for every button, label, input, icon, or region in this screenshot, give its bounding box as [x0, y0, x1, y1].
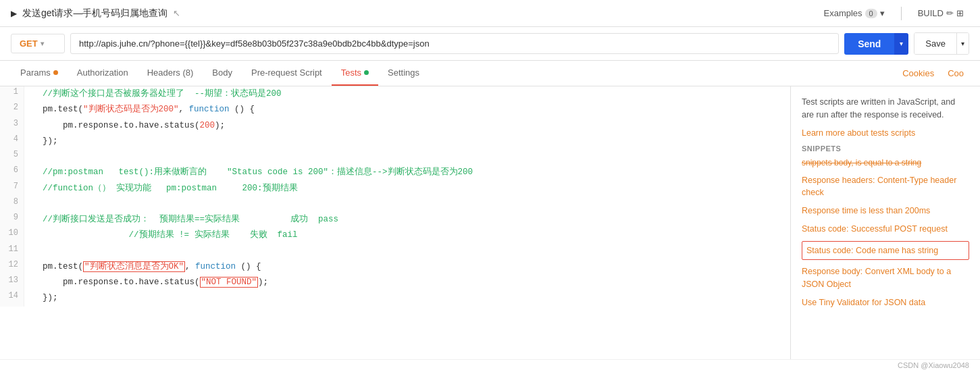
line-number: 5 — [0, 149, 24, 165]
sidebar-item-status-post[interactable]: Status code: Successful POST request — [802, 223, 969, 236]
tab-prerequest-label: Pre-request Script — [251, 68, 322, 78]
line-number: 7 — [0, 181, 24, 196]
tab-body-label: Body — [212, 68, 232, 78]
table-row: 8 — [0, 196, 790, 212]
edit-icon: ✏ — [946, 8, 954, 18]
method-chevron-icon: ▾ — [41, 40, 44, 47]
learn-more-link[interactable]: Learn more about tests scripts — [802, 128, 969, 138]
code-lines: 1 //判断这个接口是否被服务器处理了 --期望：状态码是200 2 pm.te… — [0, 86, 790, 307]
table-row: 1 //判断这个接口是否被服务器处理了 --期望：状态码是200 — [0, 86, 790, 102]
line-number: 1 — [0, 86, 24, 102]
table-row: 5 — [0, 149, 790, 165]
table-row: 4 }); — [0, 134, 790, 149]
tab-tests[interactable]: Tests — [332, 61, 378, 86]
top-bar-left: ▶ 发送get请求—手机号码归属地查询 ↖ — [11, 7, 180, 20]
sidebar-description: Test scripts are written in JavaScript, … — [802, 96, 969, 122]
table-row: 9 //判断接口发送是否成功： 预期结果==实际结果 成功 pass — [0, 212, 790, 228]
tab-body[interactable]: Body — [203, 61, 242, 86]
tab-tests-label: Tests — [341, 68, 361, 78]
sidebar-item-partial[interactable]: snippets body, is equal to a string — [802, 157, 969, 169]
line-content: }); — [24, 134, 790, 149]
line-content: }); — [24, 290, 790, 306]
tab-params-label: Params — [20, 68, 51, 78]
line-content: pm.test("判断状态消息是否为OK", function () { — [24, 259, 790, 275]
url-bar: GET ▾ Send ▾ Save ▾ — [0, 27, 980, 61]
code-editor[interactable]: 1 //判断这个接口是否被服务器处理了 --期望：状态码是200 2 pm.te… — [0, 86, 791, 359]
cursor-icon: ↖ — [173, 8, 180, 18]
table-row: 11 — [0, 244, 790, 259]
line-number: 9 — [0, 212, 24, 228]
tab-params[interactable]: Params — [11, 61, 68, 86]
line-number: 10 — [0, 228, 24, 243]
table-row: 12 pm.test("判断状态消息是否为OK", function () { — [0, 259, 790, 275]
line-number: 14 — [0, 290, 24, 306]
tab-headers[interactable]: Headers (8) — [138, 61, 203, 86]
line-content: pm.response.to.have.status(200); — [24, 118, 790, 134]
line-number: 3 — [0, 118, 24, 134]
line-content: //function（） 实现功能 pm:postman 200:预期结果 — [24, 181, 790, 196]
tabs-bar: Params Authorization Headers (8) Body Pr… — [0, 61, 980, 86]
tab-settings-label: Settings — [388, 68, 419, 78]
top-bar: ▶ 发送get请求—手机号码归属地查询 ↖ Examples 0 ▾ BUILD… — [0, 0, 980, 27]
line-number: 11 — [0, 244, 24, 259]
examples-label: Examples — [824, 8, 862, 18]
tab-authorization-label: Authorization — [77, 68, 128, 78]
tab-params-dot — [53, 70, 58, 75]
tab-headers-label: Headers (8) — [147, 68, 194, 78]
line-content: pm.test("判断状态码是否为200", function () { — [24, 102, 790, 117]
page-title: 发送get请求—手机号码归属地查询 — [22, 7, 167, 20]
top-bar-right: Examples 0 ▾ BUILD ✏ ⊞ — [819, 5, 970, 21]
url-input[interactable] — [70, 33, 839, 54]
save-button-group: Save ▾ — [914, 32, 969, 55]
table-row: 14 }); — [0, 290, 790, 306]
line-number: 4 — [0, 134, 24, 149]
line-number: 2 — [0, 102, 24, 117]
layout-icon: ⊞ — [956, 8, 964, 18]
arrow-icon: ▶ — [11, 9, 17, 18]
table-row: 7 //function（） 实现功能 pm:postman 200:预期结果 — [0, 181, 790, 196]
method-value: GET — [20, 38, 38, 49]
tab-settings[interactable]: Settings — [378, 61, 429, 86]
line-number: 6 — [0, 165, 24, 180]
build-label: BUILD — [918, 8, 944, 18]
table-row: 2 pm.test("判断状态码是否为200", function () { — [0, 102, 790, 117]
tab-authorization[interactable]: Authorization — [68, 61, 138, 86]
tabs-right: Cookies Coo — [897, 61, 969, 85]
tab-tests-dot — [364, 70, 369, 75]
footer-text: CSDN @Xiaowu2048 — [898, 361, 969, 369]
line-content: //预期结果 != 实际结果 失败 fail — [24, 228, 790, 243]
table-row: 3 pm.response.to.have.status(200); — [0, 118, 790, 134]
sidebar-item-response-time[interactable]: Response time is less than 200ms — [802, 205, 969, 217]
table-row: 10 //预期结果 != 实际结果 失败 fail — [0, 228, 790, 243]
line-content — [24, 244, 790, 259]
coo-link[interactable]: Coo — [942, 61, 969, 85]
sidebar-item-status-code-name[interactable]: Status code: Code name has string — [802, 241, 969, 261]
sidebar-item-tiny-validator[interactable]: Use Tiny Validator for JSON data — [802, 296, 969, 309]
line-content: pm.response.to.have.status("NOT FOUND"); — [24, 275, 790, 290]
sidebar-item-response-body-xml[interactable]: Response body: Convert XML body to a JSO… — [802, 265, 969, 291]
table-row: 6 //pm:postman test():用来做断言的 "Status cod… — [0, 165, 790, 180]
send-button[interactable]: Send — [844, 33, 894, 55]
line-content — [24, 196, 790, 212]
cookies-link[interactable]: Cookies — [897, 61, 939, 85]
save-dropdown-button[interactable]: ▾ — [956, 33, 969, 54]
table-row: 13 pm.response.to.have.status("NOT FOUND… — [0, 275, 790, 290]
line-number: 8 — [0, 196, 24, 212]
save-button[interactable]: Save — [914, 33, 956, 54]
footer: CSDN @Xiaowu2048 — [0, 359, 980, 370]
sidebar-item-response-headers[interactable]: Response headers: Content-Type header ch… — [802, 174, 969, 200]
method-select[interactable]: GET ▾ — [11, 34, 65, 53]
snippets-section-title: SNIPPETS — [802, 144, 969, 153]
tab-prerequest[interactable]: Pre-request Script — [242, 61, 332, 86]
line-number: 13 — [0, 275, 24, 290]
send-button-group: Send ▾ — [844, 33, 908, 55]
line-content: //判断接口发送是否成功： 预期结果==实际结果 成功 pass — [24, 212, 790, 228]
build-button[interactable]: BUILD ✏ ⊞ — [912, 5, 969, 21]
line-content: //pm:postman test():用来做断言的 "Status code … — [24, 165, 790, 180]
line-number: 12 — [0, 259, 24, 275]
examples-count: 0 — [865, 9, 877, 18]
examples-button[interactable]: Examples 0 ▾ — [819, 5, 890, 21]
line-content — [24, 149, 790, 165]
line-content: //判断这个接口是否被服务器处理了 --期望：状态码是200 — [24, 86, 790, 102]
send-dropdown-button[interactable]: ▾ — [894, 33, 908, 55]
